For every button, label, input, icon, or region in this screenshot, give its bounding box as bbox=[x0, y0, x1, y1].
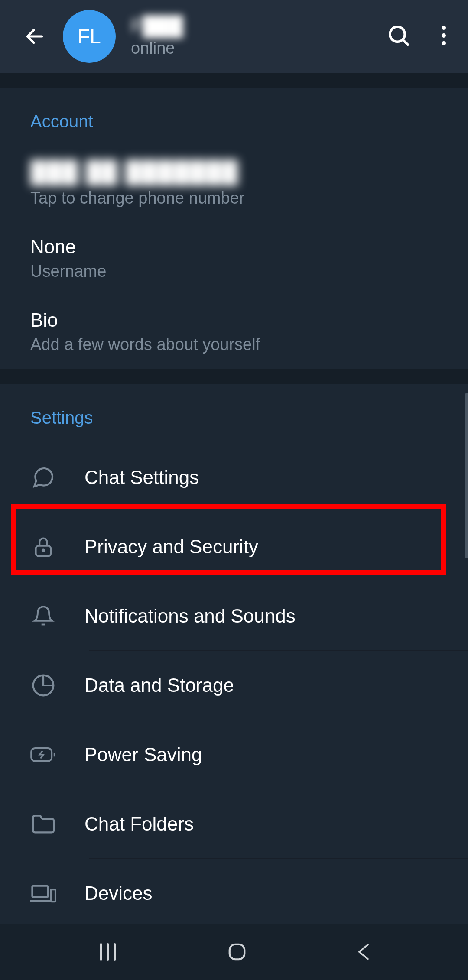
nav-back-button[interactable] bbox=[356, 942, 370, 961]
more-vertical-icon bbox=[441, 25, 446, 46]
settings-notifications[interactable]: Notifications and Sounds bbox=[0, 581, 468, 651]
account-phone-value: ███ ██ ███████ bbox=[30, 159, 438, 185]
devices-icon bbox=[30, 880, 56, 906]
lock-icon bbox=[30, 534, 56, 560]
header-info[interactable]: F███ online bbox=[131, 15, 372, 58]
account-username-item[interactable]: None Username bbox=[0, 223, 468, 296]
settings-item-label: Data and Storage bbox=[84, 675, 234, 696]
settings-item-label: Privacy and Security bbox=[84, 536, 258, 558]
app-header: FL F███ online bbox=[0, 0, 468, 73]
account-bio-item[interactable]: Bio Add a few words about yourself bbox=[0, 296, 468, 369]
account-username-value: None bbox=[30, 236, 438, 258]
settings-item-label: Devices bbox=[84, 883, 153, 904]
settings-privacy[interactable]: Privacy and Security bbox=[0, 512, 468, 581]
svg-rect-17 bbox=[230, 944, 245, 960]
nav-home-button[interactable] bbox=[227, 942, 247, 962]
svg-rect-13 bbox=[51, 889, 55, 902]
bell-icon bbox=[30, 603, 56, 629]
profile-name: F███ bbox=[131, 15, 372, 37]
chat-icon bbox=[30, 464, 56, 490]
search-button[interactable] bbox=[387, 24, 411, 49]
settings-section-title: Settings bbox=[0, 384, 468, 443]
settings-chat-folders[interactable]: Chat Folders bbox=[0, 789, 468, 859]
account-username-label: Username bbox=[30, 262, 438, 281]
chevron-left-icon bbox=[356, 942, 370, 961]
header-actions bbox=[387, 24, 446, 49]
settings-item-label: Notifications and Sounds bbox=[84, 605, 296, 627]
svg-line-2 bbox=[403, 39, 408, 44]
profile-status: online bbox=[131, 39, 372, 58]
svg-rect-11 bbox=[32, 886, 48, 897]
search-icon bbox=[387, 24, 411, 48]
settings-devices[interactable]: Devices bbox=[0, 859, 468, 924]
scrollbar[interactable] bbox=[465, 393, 468, 558]
settings-item-label: Chat Folders bbox=[84, 813, 194, 835]
account-bio-label: Add a few words about yourself bbox=[30, 335, 438, 354]
settings-item-label: Chat Settings bbox=[84, 467, 199, 488]
svg-point-7 bbox=[42, 550, 44, 552]
settings-item-label: Power Saving bbox=[84, 744, 202, 766]
back-button[interactable] bbox=[22, 23, 48, 49]
arrow-left-icon bbox=[24, 26, 46, 47]
folder-icon bbox=[30, 811, 56, 837]
account-section: Account ███ ██ ███████ Tap to change pho… bbox=[0, 88, 468, 369]
pie-icon bbox=[30, 672, 56, 698]
battery-icon bbox=[30, 742, 56, 768]
account-bio-value: Bio bbox=[30, 309, 438, 331]
settings-section: Settings Chat Settings Privacy and Secur… bbox=[0, 384, 468, 924]
settings-chat[interactable]: Chat Settings bbox=[0, 443, 468, 512]
account-section-title: Account bbox=[0, 88, 468, 146]
recent-icon bbox=[98, 942, 118, 961]
svg-point-5 bbox=[442, 41, 446, 45]
system-nav-bar bbox=[0, 924, 468, 980]
home-icon bbox=[227, 942, 247, 962]
avatar[interactable]: FL bbox=[63, 10, 116, 63]
more-button[interactable] bbox=[441, 25, 446, 48]
settings-data-storage[interactable]: Data and Storage bbox=[0, 651, 468, 720]
svg-point-3 bbox=[442, 26, 446, 30]
section-divider bbox=[0, 73, 468, 88]
account-phone-label: Tap to change phone number bbox=[30, 189, 438, 208]
account-phone-item[interactable]: ███ ██ ███████ Tap to change phone numbe… bbox=[0, 146, 468, 223]
svg-point-4 bbox=[442, 33, 446, 38]
section-divider bbox=[0, 369, 468, 384]
nav-recent-button[interactable] bbox=[98, 942, 118, 961]
settings-power-saving[interactable]: Power Saving bbox=[0, 720, 468, 789]
